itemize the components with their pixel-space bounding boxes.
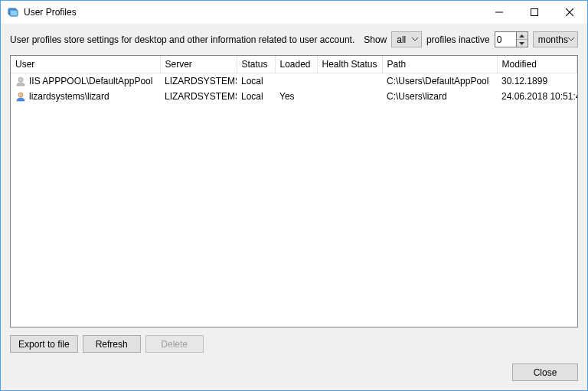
col-loaded[interactable]: Loaded bbox=[275, 56, 317, 73]
cell-loaded: Yes bbox=[275, 89, 317, 104]
unit-dropdown-value: months bbox=[538, 34, 568, 45]
app-icon bbox=[7, 6, 19, 18]
chevron-down-icon bbox=[412, 37, 418, 41]
client-area: User profiles store settings for desktop… bbox=[1, 24, 587, 390]
col-modified[interactable]: Modified bbox=[497, 56, 577, 73]
table-row[interactable]: lizardsystems\lizardLIZARDSYSTEMSLocalYe… bbox=[11, 89, 577, 104]
col-server[interactable]: Server bbox=[160, 56, 237, 73]
user-icon bbox=[15, 91, 26, 102]
export-button[interactable]: Export to file bbox=[10, 335, 78, 353]
titlebar: User Profiles bbox=[1, 1, 587, 24]
close-window-button[interactable] bbox=[552, 1, 587, 24]
profiles-table-wrap: User Server Status Loaded Health Status … bbox=[10, 55, 578, 327]
col-user[interactable]: User bbox=[11, 56, 160, 73]
user-icon bbox=[15, 76, 26, 86]
description-text: User profiles store settings for desktop… bbox=[10, 34, 354, 45]
chevron-down-icon bbox=[568, 37, 574, 41]
col-health[interactable]: Health Status bbox=[317, 56, 382, 73]
cell-status: Local bbox=[237, 89, 275, 104]
cell-user: lizardsystems\lizard bbox=[11, 89, 160, 104]
cell-server: LIZARDSYSTEMS bbox=[160, 89, 237, 104]
window-title: User Profiles bbox=[24, 7, 482, 18]
cell-path: C:\Users\DefaultAppPool bbox=[382, 73, 497, 90]
cell-user: IIS APPPOOL\DefaultAppPool bbox=[11, 73, 160, 90]
close-row: Close bbox=[10, 363, 578, 381]
cell-server: LIZARDSYSTEMS bbox=[160, 73, 237, 90]
table-header-row: User Server Status Loaded Health Status … bbox=[11, 56, 577, 73]
cell-modified: 24.06.2018 10:51:44 bbox=[497, 89, 577, 104]
show-dropdown-value: all bbox=[397, 34, 406, 45]
spin-down-button[interactable] bbox=[517, 39, 528, 47]
col-status[interactable]: Status bbox=[237, 56, 275, 73]
cell-status: Local bbox=[237, 73, 275, 90]
minimize-button[interactable] bbox=[482, 1, 517, 24]
spin-buttons bbox=[516, 31, 528, 47]
close-button[interactable]: Close bbox=[512, 363, 578, 381]
cell-user-text: lizardsystems\lizard bbox=[29, 91, 109, 102]
show-dropdown[interactable]: all bbox=[391, 31, 422, 47]
profiles-table[interactable]: User Server Status Loaded Health Status … bbox=[11, 56, 577, 104]
svg-point-6 bbox=[18, 77, 23, 82]
maximize-button[interactable] bbox=[517, 1, 552, 24]
unit-dropdown[interactable]: months bbox=[533, 31, 578, 47]
svg-rect-1 bbox=[10, 10, 18, 16]
cell-health bbox=[317, 89, 382, 104]
svg-rect-3 bbox=[531, 9, 538, 16]
spin-up-button[interactable] bbox=[517, 32, 528, 39]
delete-button: Delete bbox=[145, 335, 204, 353]
window: User Profiles User profiles store settin… bbox=[0, 0, 588, 391]
inactive-spinner bbox=[495, 31, 528, 47]
inactive-input[interactable] bbox=[495, 31, 516, 47]
cell-health bbox=[317, 73, 382, 90]
window-controls bbox=[482, 1, 587, 24]
cell-path: C:\Users\lizard bbox=[382, 89, 497, 104]
inactive-label: profiles inactive bbox=[426, 34, 490, 45]
table-row[interactable]: IIS APPPOOL\DefaultAppPoolLIZARDSYSTEMSL… bbox=[11, 73, 577, 90]
action-buttons: Export to file Refresh Delete bbox=[10, 335, 578, 353]
cell-modified: 30.12.1899 bbox=[497, 73, 577, 90]
filter-bar: User profiles store settings for desktop… bbox=[10, 31, 578, 47]
svg-point-7 bbox=[18, 93, 23, 97]
refresh-button[interactable]: Refresh bbox=[83, 335, 141, 353]
show-label: Show bbox=[364, 34, 387, 45]
cell-user-text: IIS APPPOOL\DefaultAppPool bbox=[29, 76, 152, 86]
col-path[interactable]: Path bbox=[382, 56, 497, 73]
cell-loaded bbox=[275, 73, 317, 90]
